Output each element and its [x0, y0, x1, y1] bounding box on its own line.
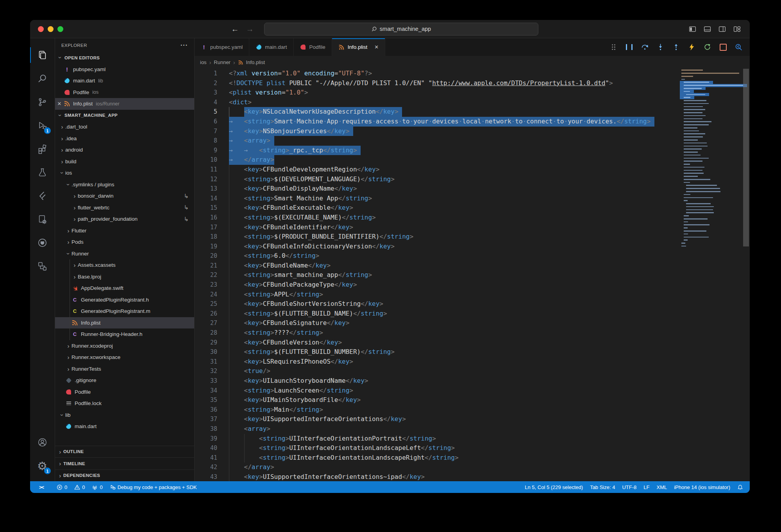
tree-folder-assets-xcassets[interactable]: ›Assets.xcassets: [55, 259, 194, 271]
activity-file-gear[interactable]: [30, 207, 55, 231]
status-indentation[interactable]: Tab Size: 4: [586, 481, 618, 493]
tree-file-info-plist[interactable]: Info.plist: [55, 317, 194, 329]
tree-folder-flutter[interactable]: ›Flutter: [55, 225, 194, 237]
status-encoding[interactable]: UTF-8: [618, 481, 640, 493]
close-icon[interactable]: ✕: [55, 101, 64, 107]
pause-icon[interactable]: [625, 43, 633, 51]
line-number: 31: [195, 357, 217, 367]
tree-folder-bonsoir-darwin[interactable]: ›bonsoir_darwin↳: [55, 190, 194, 202]
code-editor[interactable]: 1<?xml version="1.0" encoding="UTF-8"?>2…: [195, 69, 750, 481]
status-errors[interactable]: 0: [53, 481, 71, 493]
activity-source-control[interactable]: [30, 90, 55, 114]
status-flutter-device[interactable]: iPhone 14 (ios simulator): [670, 481, 734, 493]
step-into-icon[interactable]: [656, 43, 665, 51]
grip-icon[interactable]: [609, 43, 618, 51]
minimap[interactable]: [680, 69, 742, 481]
tree-folder-runner-xcodeproj[interactable]: ›Runner.xcodeproj: [55, 340, 194, 352]
activity-search[interactable]: [30, 67, 55, 90]
tree-folder-ios[interactable]: ›ios: [55, 167, 194, 179]
tree-folder-build[interactable]: ›build: [55, 156, 194, 168]
tab-info-plist[interactable]: Info.plist✕: [332, 38, 385, 56]
open-editor-item[interactable]: !pubspec.yaml: [55, 64, 194, 75]
close-window-button[interactable]: [38, 26, 44, 32]
activity-settings-gear[interactable]: ⚙1: [30, 454, 55, 477]
tree-file-generatedpluginregistrant-h[interactable]: CGeneratedPluginRegistrant.h: [55, 294, 194, 306]
tree-folder-path-provider-foundation[interactable]: ›path_provider_foundation↳: [55, 213, 194, 225]
status-warnings[interactable]: 0: [71, 481, 88, 493]
code-line: 19 <key>CFBundleInfoDictionaryVersion</k…: [195, 242, 750, 252]
more-actions-icon[interactable]: ···: [181, 42, 188, 49]
tab-pubspec-yaml[interactable]: !pubspec.yaml: [195, 38, 249, 56]
forward-icon[interactable]: →: [246, 25, 254, 34]
activity-account[interactable]: [30, 430, 55, 454]
minimize-window-button[interactable]: [48, 26, 54, 32]
tree-file-podfile-lock[interactable]: Podfile.lock: [55, 398, 194, 409]
activity-extensions[interactable]: [30, 137, 55, 161]
activity-files[interactable]: [30, 43, 55, 67]
status-eol[interactable]: LF: [640, 481, 653, 493]
activity-testing[interactable]: [30, 161, 55, 184]
status-ports[interactable]: 0: [88, 481, 106, 493]
tree-folder--idea[interactable]: ›.idea: [55, 133, 194, 145]
open-editors-header[interactable]: › OPEN EDITORS: [55, 52, 194, 64]
tab-podfile[interactable]: Podfile: [294, 38, 332, 56]
back-icon[interactable]: ←: [231, 25, 239, 34]
vertical-scrollbar[interactable]: [742, 69, 750, 481]
open-editor-item[interactable]: main.dartlib: [55, 75, 194, 87]
tree-folder-flutter-webrtc[interactable]: ›flutter_webrtc↳: [55, 202, 194, 214]
code-line-content: <string>$(EXECUTABLE_NAME)</string>: [229, 213, 376, 223]
tree-file-runner-bridging-header-h[interactable]: CRunner-Bridging-Header.h: [55, 328, 194, 340]
step-over-icon[interactable]: [641, 43, 649, 51]
status-launch-config[interactable]: Debug my code + packages + SDK: [106, 481, 200, 493]
open-editor-item[interactable]: ✕Info.plistios/Runner: [55, 98, 194, 110]
activity-github[interactable]: [30, 231, 55, 254]
layout-custom-icon[interactable]: [733, 25, 741, 33]
status-remote-indicator[interactable]: ><: [30, 481, 53, 493]
debug-toolbar: [609, 38, 750, 56]
status-cursor-position[interactable]: Ln 5, Col 5 (229 selected): [521, 481, 586, 493]
tree-folder-runner-xcworkspace[interactable]: ›Runner.xcworkspace: [55, 352, 194, 363]
status-language-mode[interactable]: XML: [653, 481, 670, 493]
breadcrumb-item[interactable]: Runner: [214, 59, 231, 65]
stop-icon[interactable]: [719, 43, 727, 51]
breadcrumb-item[interactable]: ios: [200, 59, 207, 65]
step-out-icon[interactable]: [672, 43, 680, 51]
tree-file-main-dart[interactable]: main.dart: [55, 421, 194, 432]
section-dependencies[interactable]: ›DEPENDENCIES: [55, 470, 194, 482]
zoom-window-button[interactable]: [57, 26, 63, 32]
file-name: Info.plist: [73, 101, 93, 107]
tree-file-appdelegate-swift[interactable]: AppDelegate.swift: [55, 282, 194, 294]
layout-sidebar-right-icon[interactable]: [718, 25, 726, 33]
open-editor-item[interactable]: Podfileios: [55, 87, 194, 98]
activity-references[interactable]: [30, 254, 55, 278]
activity-flutter[interactable]: [30, 184, 55, 207]
tab-label: Info.plist: [348, 44, 367, 50]
close-icon[interactable]: ✕: [374, 44, 379, 50]
layout-sidebar-left-icon[interactable]: [688, 25, 697, 33]
tree-folder-base-lproj[interactable]: ›Base.lproj: [55, 271, 194, 283]
restart-icon[interactable]: [703, 43, 711, 51]
tree-folder--symlinks-plugins[interactable]: ›.symlinks / plugins: [55, 179, 194, 191]
breadcrumb-item[interactable]: Info.plist: [246, 59, 265, 65]
tree-file-generatedpluginregistrant-m[interactable]: CGeneratedPluginRegistrant.m: [55, 305, 194, 317]
layout-panel-icon[interactable]: [703, 25, 711, 33]
section-outline[interactable]: ›OUTLINE: [55, 446, 194, 458]
section-timeline[interactable]: ›TIMELINE: [55, 457, 194, 470]
project-root-header[interactable]: › SMART_MACHINE_APP: [55, 110, 194, 121]
tab-main-dart[interactable]: main.dart: [249, 38, 293, 56]
inspector-icon[interactable]: [735, 43, 743, 51]
scrollbar-thumb[interactable]: [743, 69, 749, 246]
tree-file-podfile[interactable]: Podfile: [55, 386, 194, 398]
tree-folder-lib[interactable]: ›lib: [55, 409, 194, 421]
tree-folder-pods[interactable]: ›Pods: [55, 236, 194, 248]
hot-reload-icon[interactable]: [688, 43, 696, 51]
tree-folder--dart-tool[interactable]: ›.dart_tool: [55, 121, 194, 133]
tree-folder-runner[interactable]: ›Runner: [55, 248, 194, 260]
tree-folder-runnertests[interactable]: ›RunnerTests: [55, 363, 194, 375]
c-purple-icon: C: [71, 331, 78, 337]
status-notifications[interactable]: [734, 481, 747, 493]
activity-run-debug[interactable]: 1: [30, 114, 55, 137]
tree-folder-android[interactable]: ›android: [55, 144, 194, 156]
command-center-search[interactable]: smart_machine_app: [264, 23, 538, 36]
tree-file--gitignore[interactable]: .gitignore: [55, 375, 194, 386]
